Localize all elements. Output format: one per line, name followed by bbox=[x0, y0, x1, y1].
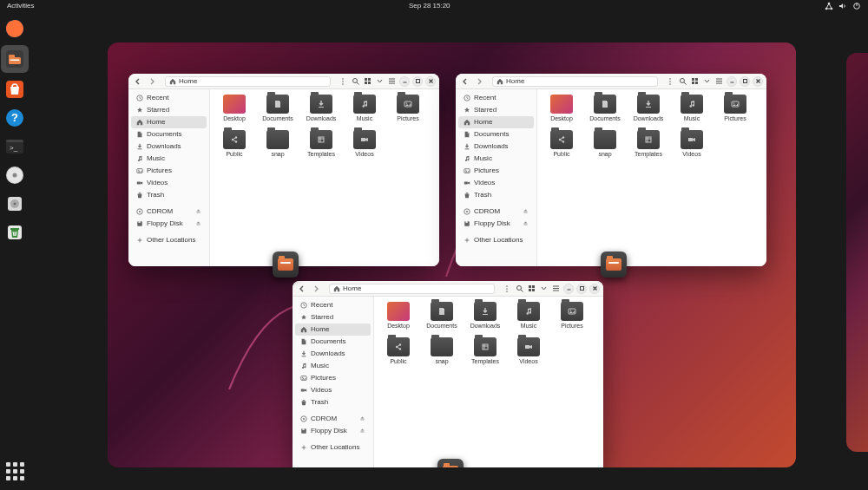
sidebar-item-videos[interactable]: Videos bbox=[295, 384, 371, 396]
window-maximize-button[interactable] bbox=[740, 76, 750, 87]
eject-icon[interactable] bbox=[359, 428, 365, 435]
sidebar-item-music[interactable]: Music bbox=[131, 153, 207, 165]
window-minimize-button[interactable] bbox=[399, 76, 410, 87]
window-close-button[interactable] bbox=[425, 76, 436, 87]
folder-desktop[interactable]: Desktop bbox=[381, 302, 416, 329]
firefox-icon[interactable] bbox=[3, 16, 27, 41]
folder-music[interactable]: Music bbox=[674, 95, 709, 121]
sidebar-item-downloads[interactable]: Downloads bbox=[458, 140, 534, 153]
activities-overview[interactable]: Home RecentStarredHomeDocumentsDownloads… bbox=[30, 11, 868, 490]
power-icon[interactable] bbox=[852, 2, 861, 10]
sidebar-mount-cdrom[interactable]: CDROM bbox=[131, 206, 207, 218]
view-grid-button[interactable] bbox=[526, 284, 536, 294]
nav-forward-button[interactable] bbox=[473, 75, 485, 88]
sidebar-item-music[interactable]: Music bbox=[458, 153, 534, 165]
folder-music[interactable]: Music bbox=[347, 95, 382, 121]
path-bar[interactable]: Home bbox=[492, 76, 658, 87]
folder-downloads[interactable]: Downloads bbox=[304, 95, 339, 121]
files-icon[interactable] bbox=[1, 45, 29, 73]
path-bar[interactable]: Home bbox=[329, 284, 495, 294]
sidebar-item-documents[interactable]: Documents bbox=[131, 128, 207, 140]
folder-downloads[interactable]: Downloads bbox=[631, 95, 666, 121]
folder-templates[interactable]: Templates bbox=[631, 130, 666, 157]
software-icon[interactable] bbox=[3, 77, 27, 101]
sidebar-other-locations[interactable]: Other Locations bbox=[458, 234, 534, 246]
show-apps-button[interactable] bbox=[3, 459, 27, 483]
nav-back-button[interactable] bbox=[132, 75, 144, 88]
files-content[interactable]: DesktopDocumentsDownloadsMusicPicturesPu… bbox=[537, 89, 766, 266]
sidebar-toggle-button[interactable] bbox=[665, 76, 675, 87]
folder-public[interactable]: Public bbox=[381, 337, 416, 364]
sidebar-other-locations[interactable]: Other Locations bbox=[295, 441, 371, 454]
help-icon[interactable]: ? bbox=[3, 106, 27, 130]
nav-back-button[interactable] bbox=[459, 75, 471, 88]
sidebar-mount-floppy[interactable]: Floppy Disk bbox=[295, 425, 371, 437]
window-close-button[interactable] bbox=[753, 76, 763, 87]
sidebar-item-home[interactable]: Home bbox=[295, 323, 371, 336]
hamburger-menu-button[interactable] bbox=[550, 284, 561, 294]
eject-icon[interactable] bbox=[523, 208, 529, 216]
folder-snap[interactable]: snap bbox=[260, 130, 295, 157]
eject-icon[interactable] bbox=[359, 415, 365, 423]
sidebar-toggle-button[interactable] bbox=[502, 284, 512, 294]
sidebar-item-downloads[interactable]: Downloads bbox=[131, 140, 207, 153]
files-window[interactable]: Home RecentStarredHomeDocumentsDownloads… bbox=[293, 281, 603, 467]
sidebar-mount-cdrom[interactable]: CDROM bbox=[295, 413, 371, 425]
folder-templates[interactable]: Templates bbox=[304, 130, 339, 157]
terminal-icon[interactable]: >_ bbox=[3, 134, 27, 159]
sidebar-item-videos[interactable]: Videos bbox=[458, 177, 534, 189]
sidebar-item-home[interactable]: Home bbox=[131, 116, 207, 128]
path-bar[interactable]: Home bbox=[165, 76, 331, 87]
clock[interactable]: Sep 28 15:20 bbox=[35, 2, 825, 10]
folder-music[interactable]: Music bbox=[511, 302, 546, 329]
sidebar-mount-floppy[interactable]: Floppy Disk bbox=[458, 218, 534, 230]
sidebar-item-documents[interactable]: Documents bbox=[458, 128, 534, 140]
folder-pictures[interactable]: Pictures bbox=[718, 95, 753, 121]
workspace-next[interactable] bbox=[846, 53, 868, 452]
sidebar-item-trash[interactable]: Trash bbox=[295, 396, 371, 408]
files-window[interactable]: Home RecentStarredHomeDocumentsDownloads… bbox=[128, 74, 439, 266]
sidebar-item-recent[interactable]: Recent bbox=[458, 92, 534, 104]
sidebar-item-recent[interactable]: Recent bbox=[131, 92, 207, 104]
sidebar-item-recent[interactable]: Recent bbox=[295, 299, 371, 311]
eject-icon[interactable] bbox=[195, 208, 201, 216]
nav-forward-button[interactable] bbox=[310, 283, 322, 295]
activities-button[interactable]: Activities bbox=[7, 2, 35, 10]
folder-pictures[interactable]: Pictures bbox=[555, 302, 589, 329]
sidebar-item-pictures[interactable]: Pictures bbox=[295, 372, 371, 384]
sidebar-mount-floppy[interactable]: Floppy Disk bbox=[131, 218, 207, 230]
files-content[interactable]: DesktopDocumentsDownloadsMusicPicturesPu… bbox=[374, 297, 603, 467]
folder-desktop[interactable]: Desktop bbox=[217, 95, 252, 121]
folder-videos[interactable]: Videos bbox=[674, 130, 709, 157]
hamburger-menu-button[interactable] bbox=[386, 76, 397, 87]
trash-icon[interactable] bbox=[3, 220, 27, 245]
files-window[interactable]: Home RecentStarredHomeDocumentsDownloads… bbox=[456, 74, 766, 266]
files-content[interactable]: DesktopDocumentsDownloadsMusicPicturesPu… bbox=[210, 89, 439, 266]
folder-public[interactable]: Public bbox=[217, 130, 252, 157]
disks-icon[interactable] bbox=[3, 192, 27, 216]
folder-snap[interactable]: snap bbox=[588, 130, 622, 157]
folder-templates[interactable]: Templates bbox=[468, 337, 503, 364]
folder-downloads[interactable]: Downloads bbox=[468, 302, 503, 329]
folder-videos[interactable]: Videos bbox=[347, 130, 382, 157]
folder-public[interactable]: Public bbox=[544, 130, 579, 157]
window-close-button[interactable] bbox=[589, 284, 600, 294]
nav-forward-button[interactable] bbox=[146, 75, 158, 88]
sidebar-item-starred[interactable]: Starred bbox=[131, 104, 207, 116]
sidebar-item-starred[interactable]: Starred bbox=[295, 311, 371, 323]
view-grid-button[interactable] bbox=[362, 76, 372, 87]
sidebar-item-starred[interactable]: Starred bbox=[458, 104, 534, 116]
network-icon[interactable] bbox=[825, 2, 833, 10]
view-dropdown-button[interactable] bbox=[538, 284, 549, 294]
hamburger-menu-button[interactable] bbox=[713, 76, 724, 87]
nav-back-button[interactable] bbox=[296, 283, 308, 295]
window-maximize-button[interactable] bbox=[576, 284, 587, 294]
sidebar-item-pictures[interactable]: Pictures bbox=[131, 165, 207, 177]
folder-documents[interactable]: Documents bbox=[588, 95, 622, 121]
sidebar-item-trash[interactable]: Trash bbox=[458, 189, 534, 201]
sidebar-item-music[interactable]: Music bbox=[295, 360, 371, 372]
volume-icon[interactable] bbox=[838, 2, 847, 10]
search-button[interactable] bbox=[677, 76, 687, 87]
sidebar-item-videos[interactable]: Videos bbox=[131, 177, 207, 189]
disc-icon[interactable] bbox=[3, 163, 27, 187]
